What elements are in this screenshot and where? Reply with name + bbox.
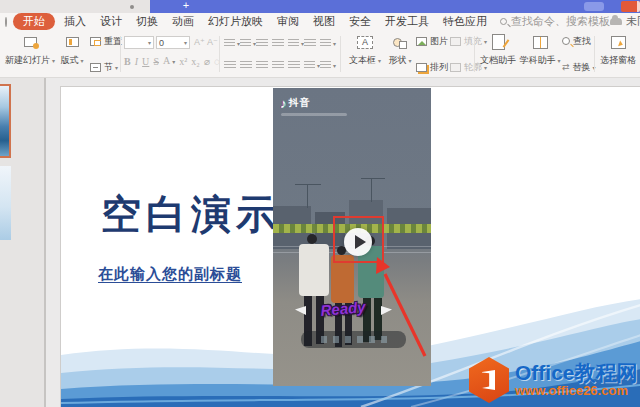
editing-canvas[interactable]: 空白演示 在此输入您的副标题 <box>48 78 640 407</box>
workspace: 空白演示 在此输入您的副标题 <box>0 78 640 407</box>
numbering-button[interactable]: ▾ <box>240 36 256 50</box>
douyin-logo-text: 抖音 <box>289 96 311 110</box>
watermark: Office教程网 www.office26.com <box>469 357 638 403</box>
tab-modified-dot <box>130 5 134 9</box>
account-button[interactable] <box>584 2 604 11</box>
text-box-button[interactable]: A 文本框▾ <box>346 33 384 67</box>
font-name-select[interactable]: ▾ <box>124 36 154 49</box>
replace-button[interactable]: ⇄替换▾ <box>562 60 596 74</box>
watermark-site-name: Office教程网 <box>515 362 638 384</box>
line-spacing-button[interactable]: ▾ <box>304 58 320 72</box>
menu-item-insert[interactable]: 插入 <box>57 13 93 30</box>
align-left-button[interactable] <box>224 58 240 72</box>
fill-icon <box>450 37 461 46</box>
replace-icon: ⇄ <box>562 62 570 72</box>
superscript-button[interactable]: x² <box>179 56 187 68</box>
layout-button[interactable]: 版式▾ <box>56 33 88 67</box>
align-right-button[interactable] <box>256 58 272 72</box>
font-size-select[interactable]: 0▾ <box>156 36 190 49</box>
search-placeholder: 查找命令、搜索模板 <box>511 14 610 29</box>
assistant-icon[interactable] <box>5 17 7 27</box>
columns-button[interactable] <box>304 36 320 50</box>
shapes-button[interactable]: 形状▾ <box>386 33 414 67</box>
menu-item-devtools[interactable]: 开发工具 <box>378 13 436 30</box>
new-slide-button[interactable]: 新建幻灯片▾ <box>4 33 56 67</box>
ribbon-toolbar: 新建幻灯片▾ 版式▾ 重置 节▾ ▾ 0▾ A⁺ A⁻ B I U S A▾ x… <box>0 30 640 78</box>
subscript-button[interactable]: x₂ <box>191 56 200 68</box>
paragraph-group: ▾ ▾ ▾ ▾ ▾ ▾ <box>224 36 336 72</box>
document-tab[interactable] <box>0 0 150 13</box>
reset-button[interactable]: 重置 <box>90 34 122 48</box>
new-tab-button[interactable]: + <box>176 0 196 12</box>
decrease-font-icon[interactable]: A⁻ <box>207 37 218 47</box>
doc-assistant-icon <box>492 34 505 50</box>
watermark-site-url: www.office26.com <box>515 384 638 398</box>
picture-icon <box>416 37 427 46</box>
layout-icon <box>66 37 79 47</box>
menu-item-slideshow[interactable]: 幻灯片放映 <box>201 13 270 30</box>
find-button[interactable]: 查找 <box>562 34 596 48</box>
new-slide-icon <box>24 37 37 47</box>
slide-thumbnail-2[interactable] <box>0 166 11 240</box>
douyin-account-text <box>281 113 347 116</box>
justify-button[interactable] <box>272 58 288 72</box>
clear-format-icon[interactable]: ⌀ <box>204 56 210 68</box>
subject-assistant-button[interactable]: 学科助手▾ <box>520 33 560 67</box>
selection-pane-button[interactable]: 选择窗格 <box>598 33 638 67</box>
picture-button[interactable]: 图片▾ <box>416 34 453 48</box>
annotation-red-rectangle <box>333 216 384 263</box>
menu-item-special-apps[interactable]: 特色应用 <box>436 13 494 30</box>
distribute-button[interactable] <box>288 58 304 72</box>
music-note-icon: ♪ <box>280 97 287 110</box>
menu-item-transition[interactable]: 切换 <box>129 13 165 30</box>
paragraph-more-button[interactable]: ▾ <box>320 36 336 50</box>
slide-thumbnail-1-selected[interactable] <box>0 84 11 158</box>
selection-pane-icon <box>611 36 626 49</box>
text-direction-button[interactable]: ▾ <box>288 36 304 50</box>
slide-subtitle[interactable]: 在此输入您的副标题 <box>98 265 242 284</box>
office-logo-icon <box>469 357 509 403</box>
bullets-button[interactable]: ▾ <box>224 36 240 50</box>
cloud-sync-icon <box>610 18 622 25</box>
slide-canvas[interactable]: 空白演示 在此输入您的副标题 <box>60 86 640 407</box>
align-objects-button[interactable]: ▾ <box>320 58 336 72</box>
menu-item-animation[interactable]: 动画 <box>165 13 201 30</box>
caption-banner <box>301 331 406 348</box>
menu-bar: 开始 插入 设计 切换 动画 幻灯片放映 审阅 视图 安全 开发工具 特色应用 … <box>0 13 640 30</box>
arrange-icon <box>416 63 427 72</box>
tab-bar: + <box>0 0 640 13</box>
promo-button[interactable] <box>621 1 640 12</box>
italic-button[interactable]: I <box>135 56 138 68</box>
increase-font-icon[interactable]: A⁺ <box>194 37 205 47</box>
person-left-head <box>307 234 317 244</box>
find-icon <box>562 37 570 45</box>
decrease-indent-button[interactable] <box>256 36 272 50</box>
person-left <box>299 244 329 296</box>
increase-indent-button[interactable] <box>272 36 288 50</box>
menu-item-home[interactable]: 开始 <box>13 13 55 30</box>
font-color-button[interactable]: A▾ <box>163 55 175 68</box>
sync-status[interactable]: 未同步 <box>626 14 640 29</box>
reset-icon <box>90 37 101 46</box>
bold-button[interactable]: B <box>124 56 131 68</box>
underline-button[interactable]: U <box>142 56 149 68</box>
arrange-button[interactable]: 排列▾ <box>416 60 453 74</box>
subject-assistant-icon <box>533 36 548 49</box>
strikethrough-button[interactable]: S <box>153 56 159 68</box>
ready-sticker: Ready <box>302 297 383 321</box>
text-box-icon: A <box>357 36 373 49</box>
align-center-button[interactable] <box>240 58 256 72</box>
menu-item-security[interactable]: 安全 <box>342 13 378 30</box>
outline-icon <box>450 63 461 72</box>
section-button[interactable]: 节▾ <box>90 60 122 74</box>
menu-item-view[interactable]: 视图 <box>306 13 342 30</box>
search-icon <box>500 18 507 25</box>
doc-assistant-button[interactable]: 文档助手 <box>478 33 518 67</box>
section-icon <box>90 63 101 72</box>
slide-thumbnail-panel[interactable] <box>0 78 46 407</box>
menu-item-design[interactable]: 设计 <box>93 13 129 30</box>
douyin-video[interactable]: ♪ 抖音 Ready <box>273 88 431 386</box>
command-search[interactable]: 查找命令、搜索模板 <box>500 14 610 29</box>
slide-title[interactable]: 空白演示 <box>101 187 281 242</box>
menu-item-review[interactable]: 审阅 <box>270 13 306 30</box>
